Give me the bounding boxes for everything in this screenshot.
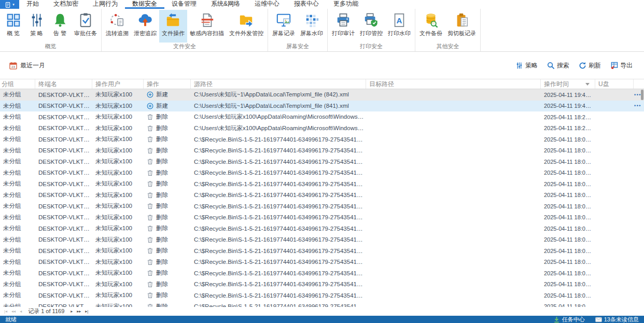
column-header-0[interactable]: 分组: [0, 79, 35, 89]
cell-source-path: C:\$Recycle.Bin\S-1-5-21-1619774401-6349…: [191, 136, 366, 143]
ribbon-button-1-0[interactable]: 流转追溯: [103, 10, 131, 43]
menu-tab-2[interactable]: 上网行为: [86, 0, 125, 9]
table-row[interactable]: 未分组DESKTOP-VLKTLE1未知玩家x100删除C:\$Recycle.…: [0, 257, 644, 268]
ribbon-button-3-2[interactable]: A打印水印: [385, 10, 413, 43]
table-row[interactable]: 未分组DESKTOP-VLKTLE1未知玩家x100删除C:\$Recycle.…: [0, 156, 644, 167]
table-row[interactable]: 未分组DESKTOP-VLKTLE1未知玩家x100删除C:\$Recycle.…: [0, 145, 644, 157]
table-row[interactable]: 未分组DESKTOP-VLKTLE1未知玩家x100删除C:\$Recycle.…: [0, 134, 644, 145]
filter-action-label: 策略: [525, 61, 538, 70]
table-row[interactable]: 未分组DESKTOP-VLKTLE1未知玩家x100删除C:\$Recycle.…: [0, 178, 644, 190]
cell-operation: 删除: [144, 236, 191, 244]
column-header-5[interactable]: 目标路径: [366, 79, 541, 89]
ribbon-button-1-4[interactable]: 文件外发管控: [227, 10, 266, 43]
task-center-button[interactable]: 任务中心: [553, 316, 585, 323]
sort-down-icon[interactable]: [585, 83, 590, 86]
cell-group: 未分组: [0, 202, 35, 210]
pager-next-page-button[interactable]: ▸▸: [77, 307, 81, 316]
table-row[interactable]: 未分组DESKTOP-VLKTLE1未知玩家x100删除C:\$Recycle.…: [0, 268, 644, 279]
ribbon-button-3-1[interactable]: 打印管控: [357, 10, 385, 43]
table-row[interactable]: 未分组DESKTOP-VLKTLE1未知玩家x100删除C:\$Recycle.…: [0, 290, 644, 301]
column-header-2[interactable]: 操作用户: [92, 79, 144, 89]
ribbon-button-0-0[interactable]: 概 览: [2, 10, 25, 43]
row-menu-button[interactable]: •••: [634, 103, 644, 108]
column-header-7[interactable]: U盘: [595, 79, 634, 89]
filter-action-label: 刷新: [589, 61, 601, 70]
ribbon-button-4-1[interactable]: 剪切板记录: [445, 10, 479, 43]
table-row[interactable]: 未分组DESKTOP-VLKTLE1未知玩家x100删除C:\Users\未知玩…: [0, 123, 644, 134]
ribbon-button-label: 文件外发管控: [229, 30, 263, 37]
ribbon-button-2-0[interactable]: 屏幕记录: [270, 10, 298, 43]
table-row[interactable]: 未分组DESKTOP-VLKTLE1未知玩家x100删除C:\$Recycle.…: [0, 223, 644, 234]
ribbon-button-3-0[interactable]: 打印审计: [329, 10, 357, 43]
column-header-1[interactable]: 终端名: [35, 79, 92, 89]
sliders-icon: [29, 12, 45, 28]
ribbon-button-4-0[interactable]: 文件备份: [417, 10, 445, 43]
refresh-icon: [579, 62, 586, 69]
pager-first-button[interactable]: |◂: [4, 307, 7, 316]
pager-next-button[interactable]: ▸: [71, 307, 73, 316]
menu-tab-4[interactable]: 设备管理: [164, 0, 204, 9]
operation-label: 删除: [156, 113, 168, 121]
ribbon-button-0-3[interactable]: 审批任务: [72, 10, 100, 43]
vertical-scrollbar-thumb[interactable]: [641, 90, 643, 100]
ribbon-button-0-1[interactable]: 策 略: [25, 10, 48, 43]
menu-tab-7[interactable]: 报表中心: [287, 0, 326, 9]
ribbon-button-0-2[interactable]: 告 警: [48, 10, 72, 43]
table-row[interactable]: 未分组DESKTOP-VLKTLE1未知玩家x100删除C:\$Recycle.…: [0, 234, 644, 246]
table-row[interactable]: 未分组DESKTOP-VLKTLE1未知玩家x100删除C:\$Recycle.…: [0, 212, 644, 223]
table-row[interactable]: 未分组DESKTOP-VLKTLE1未知玩家x100新建C:\Users\未知玩…: [0, 89, 644, 101]
ribbon-button-1-2[interactable]: 文件操作: [159, 10, 187, 43]
ribbon-button-1-3[interactable]: 敏感内容扫描: [187, 10, 227, 43]
table-row[interactable]: 未分组DESKTOP-VLKTLE1未知玩家x100删除C:\$Recycle.…: [0, 301, 644, 307]
trash-icon: [147, 303, 153, 307]
column-header-4[interactable]: 源路径: [191, 79, 366, 89]
cell-terminal: DESKTOP-VLKTLE1: [35, 248, 92, 254]
date-range-filter[interactable]: 23 最近一月: [9, 61, 45, 70]
column-header-8[interactable]: [634, 79, 644, 89]
cell-user: 未知玩家x100: [92, 158, 144, 165]
cell-group: 未分组: [0, 224, 35, 232]
filter-action-0[interactable]: 策略: [515, 61, 538, 70]
table-row[interactable]: 未分组DESKTOP-VLKTLE1未知玩家x100新建C:\Users\未知玩…: [0, 101, 644, 112]
pager-prev-button[interactable]: ◂: [20, 307, 22, 316]
cell-source-path: C:\Users\未知玩~1\AppData\Local\Temp\xml_fi…: [191, 91, 366, 99]
filter-action-2[interactable]: 刷新: [579, 61, 601, 70]
table-row[interactable]: 未分组DESKTOP-VLKTLE1未知玩家x100删除C:\$Recycle.…: [0, 201, 644, 212]
menu-tab-8[interactable]: 更多功能: [326, 0, 366, 9]
menu-tab-5[interactable]: 系统&网络: [204, 0, 247, 9]
menu-tab-0[interactable]: 开始: [19, 0, 46, 9]
print-watermark-icon: A: [391, 12, 407, 28]
table-row[interactable]: 未分组DESKTOP-VLKTLE1未知玩家x100删除C:\Users\未知玩…: [0, 111, 644, 123]
ribbon-group-label: 屏幕安全: [269, 43, 326, 51]
menu-tab-6[interactable]: 运维中心: [247, 0, 287, 9]
filter-action-label: 导出: [620, 61, 633, 70]
table-row[interactable]: 未分组DESKTOP-VLKTLE1未知玩家x100删除C:\$Recycle.…: [0, 279, 644, 290]
cell-time: 2025-04-11 18:01:38: [541, 292, 595, 299]
table-row[interactable]: 未分组DESKTOP-VLKTLE1未知玩家x100删除C:\$Recycle.…: [0, 245, 644, 257]
ribbon-button-2-1[interactable]: 屏幕水印: [298, 10, 326, 43]
pager-last-button[interactable]: ▸|: [85, 307, 88, 316]
cell-source-path: C:\$Recycle.Bin\S-1-5-21-1619774401-6349…: [191, 248, 366, 254]
cell-user: 未知玩家x100: [92, 258, 144, 266]
menu-tab-1[interactable]: 文档加密: [46, 0, 86, 9]
trash-icon: [147, 259, 153, 265]
column-header-3[interactable]: 操作: [144, 79, 191, 89]
cell-operation: 删除: [144, 214, 191, 221]
menu-tab-3[interactable]: 数据安全: [125, 0, 164, 9]
pager-prev-page-button[interactable]: ◂◂: [11, 307, 16, 316]
table-row[interactable]: 未分组DESKTOP-VLKTLE1未知玩家x100删除C:\$Recycle.…: [0, 190, 644, 201]
cell-source-path: C:\$Recycle.Bin\S-1-5-21-1619774401-6349…: [191, 159, 366, 165]
app-menu-button[interactable]: ▾: [0, 0, 19, 9]
filter-action-3[interactable]: 导出: [610, 61, 633, 70]
column-header-6[interactable]: 操作时间: [541, 79, 595, 89]
operation-label: 新建: [156, 102, 168, 110]
operation-label: 删除: [156, 124, 168, 132]
unread-messages-button[interactable]: 13条未读信息: [595, 316, 639, 323]
file-backup-icon: [423, 12, 439, 28]
ribbon-button-1-1[interactable]: 泄密追踪: [131, 10, 159, 43]
clipboard-record-icon: [454, 12, 470, 28]
filter-action-1[interactable]: 搜索: [547, 61, 569, 70]
cell-time: 2025-04-11 18:01:38: [541, 259, 595, 265]
table-row[interactable]: 未分组DESKTOP-VLKTLE1未知玩家x100删除C:\$Recycle.…: [0, 167, 644, 179]
cell-source-path: C:\$Recycle.Bin\S-1-5-21-1619774401-6349…: [191, 181, 366, 187]
